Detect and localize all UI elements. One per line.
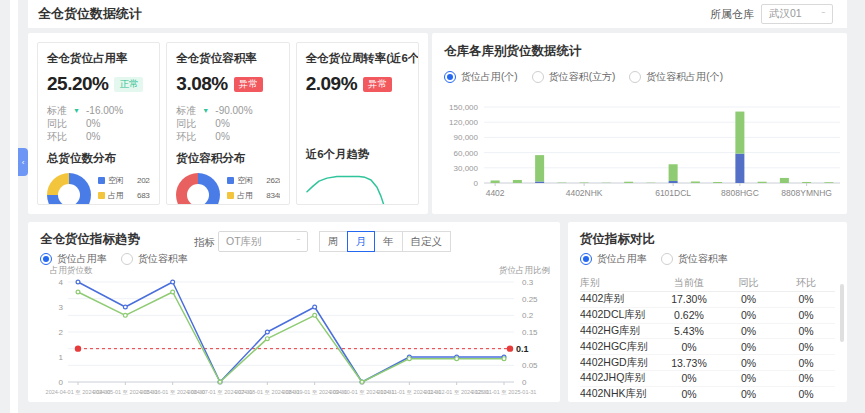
- radio-dot-icon: [121, 253, 133, 265]
- kpi-panel: 全仓货位占用率 25.20% 正常 标准▼-16.00%同比0%环比0% 总货位…: [28, 33, 428, 214]
- legend-value: 202849: [137, 176, 150, 185]
- metric-value: 0%: [86, 131, 100, 142]
- radio-dot-core: [447, 74, 453, 80]
- kpi-metric-row: 环比0%: [47, 130, 150, 143]
- svg-text:0: 0: [59, 378, 64, 387]
- svg-text:0.15: 0.15: [522, 328, 538, 337]
- donut-legend: 空闲26285539占用83486003总容积27120400: [227, 175, 279, 206]
- table-row: 4402HGC库别0%0%0%: [580, 339, 835, 355]
- legend-value: 83486003: [266, 191, 279, 200]
- status-badge: 正常: [114, 77, 143, 92]
- cell-value: 0.62%: [658, 309, 720, 321]
- legend-item[interactable]: 占用83486003: [227, 190, 279, 201]
- metric-value: 0%: [215, 118, 229, 129]
- cell-value: 0%: [777, 325, 835, 337]
- cell-value: 0%: [777, 357, 835, 369]
- svg-text:2025-01-01 至 2025-01-31: 2025-01-01 至 2025-01-31: [472, 389, 537, 395]
- mini-trend-chart: 1234: [303, 161, 411, 205]
- metric-value: 0%: [86, 118, 100, 129]
- page-title: 全仓货位数据统计: [38, 5, 142, 23]
- radio-货位容积率[interactable]: 货位容积率: [121, 252, 188, 266]
- table-scrollbar[interactable]: [840, 284, 844, 342]
- radio-货位占用(个)[interactable]: 货位占用(个): [444, 70, 518, 84]
- kpi-metric-row: 标准▼-16.00%: [47, 104, 150, 117]
- radio-货位容积占用(个)[interactable]: 货位容积占用(个): [629, 70, 723, 84]
- kpi-card-turnover-rate: 全仓货位周转率(近6个月) 2.09% 异常 近6个月趋势 1234: [296, 42, 419, 205]
- kpi-card-volume-rate: 全仓货位容积率 3.08% 异常 标准▼-90.00%同比0%环比0% 货位容积…: [166, 42, 289, 205]
- indicator-select[interactable]: OT库别 ˇ: [218, 231, 308, 252]
- cell-value: 0%: [658, 372, 720, 384]
- legend-swatch: [98, 192, 105, 199]
- svg-text:30,000: 30,000: [454, 164, 479, 173]
- distribution-title: 总货位数分布: [47, 151, 150, 166]
- legend-item[interactable]: 锁定0: [98, 205, 150, 206]
- svg-text:3: 3: [59, 303, 64, 312]
- tab-年[interactable]: 年: [374, 231, 403, 252]
- status-badge: 异常: [234, 77, 263, 92]
- radio-货位占用率[interactable]: 货位占用率: [40, 252, 107, 266]
- kpi-metric-row: 标准▼-90.00%: [176, 104, 279, 117]
- status-badge: 异常: [363, 77, 392, 92]
- metric-label: 环比: [47, 130, 73, 144]
- cell-value: 5.43%: [658, 325, 720, 337]
- radio-dot-core: [43, 256, 49, 262]
- tab-周[interactable]: 周: [319, 231, 348, 252]
- tab-月[interactable]: 月: [347, 231, 376, 252]
- svg-text:8808HGC: 8808HGC: [721, 188, 759, 198]
- indicator-compare-panel: 货位指标对比 货位占用率货位容积率 库别当前值同比环比4402库别17.30%0…: [568, 222, 847, 402]
- metric-label: 环比: [176, 130, 202, 144]
- svg-text:8808YMNHG: 8808YMNHG: [781, 188, 832, 198]
- panel-title: 仓库各库别货位数据统计: [444, 43, 835, 60]
- legend-item[interactable]: 占用68355: [98, 190, 150, 201]
- cell-value: 0%: [777, 293, 835, 305]
- legend-swatch: [98, 177, 105, 184]
- down-arrow-icon: ▼: [73, 107, 86, 114]
- radio-货位容积率[interactable]: 货位容积率: [661, 252, 728, 266]
- cell-value: 0%: [777, 309, 835, 321]
- warehouse-select[interactable]: 武汉01 ˇ: [761, 4, 833, 24]
- kpi-value-row: 2.09% 异常: [306, 73, 409, 95]
- svg-text:120,000: 120,000: [449, 118, 478, 127]
- slot-count-donut-chart: [47, 173, 91, 205]
- cell-value: 0%: [777, 388, 835, 400]
- mini-trend-title: 近6个月趋势: [306, 147, 370, 162]
- cell-value: 0%: [720, 357, 777, 369]
- indicator-trend-panel: 全仓货位指标趋势 货位占用率货位容积率 指标 OT库别 ˇ 周月年自定义 占用货…: [28, 222, 560, 402]
- cell-value: 0%: [658, 388, 720, 400]
- kpi-value: 2.09%: [306, 73, 357, 95]
- metric-value: -90.00%: [215, 105, 252, 116]
- legend-item[interactable]: 空闲26285539: [227, 175, 279, 186]
- radio-dot-icon: [661, 253, 673, 265]
- legend-item[interactable]: 空闲202849: [98, 175, 150, 186]
- table-header-row: 库别当前值同比环比: [580, 274, 835, 292]
- kpi-title: 全仓货位占用率: [47, 51, 150, 66]
- radio-label: 货位占用率: [597, 252, 647, 266]
- legend-item[interactable]: 总容积27120400: [227, 205, 279, 206]
- table-row: 4402HGD库别13.73%0%0%: [580, 355, 835, 371]
- warehouse-select-group: 所属仓库 武汉01 ˇ: [710, 4, 833, 24]
- sidebar-collapse-handle[interactable]: ‹: [18, 148, 28, 176]
- radio-label: 货位容积占用(个): [646, 70, 723, 84]
- donut-row: 空闲26285539占用83486003总容积27120400: [176, 173, 279, 205]
- radio-货位容积(立方)[interactable]: 货位容积(立方): [532, 70, 616, 84]
- metric-label: 标准: [176, 104, 202, 118]
- cell-value: 0%: [720, 388, 777, 400]
- kpi-metrics: 标准▼-16.00%同比0%环比0%: [47, 104, 150, 143]
- metric-label: 标准: [47, 104, 73, 118]
- kpi-title: 全仓货位周转率(近6个月): [306, 51, 409, 66]
- kpi-metric-row: 同比0%: [176, 117, 279, 130]
- svg-text:6101DCL: 6101DCL: [655, 188, 691, 198]
- cell-value: 0%: [720, 325, 777, 337]
- kpi-value-row: 25.20% 正常: [47, 73, 150, 95]
- donut-legend: 空闲202849占用68355锁定0: [98, 175, 150, 206]
- cell-value: 0%: [720, 341, 777, 353]
- kpi-title: 全仓货位容积率: [176, 51, 279, 66]
- chevron-left-icon: ‹: [22, 158, 25, 167]
- distribution-title: 货位容积分布: [176, 151, 279, 166]
- tab-自定义[interactable]: 自定义: [402, 231, 452, 252]
- radio-货位占用率[interactable]: 货位占用率: [580, 252, 647, 266]
- svg-text:0.2: 0.2: [522, 311, 534, 320]
- svg-text:0.05: 0.05: [522, 361, 538, 370]
- svg-text:4: 4: [59, 278, 64, 287]
- legend-swatch: [227, 192, 234, 199]
